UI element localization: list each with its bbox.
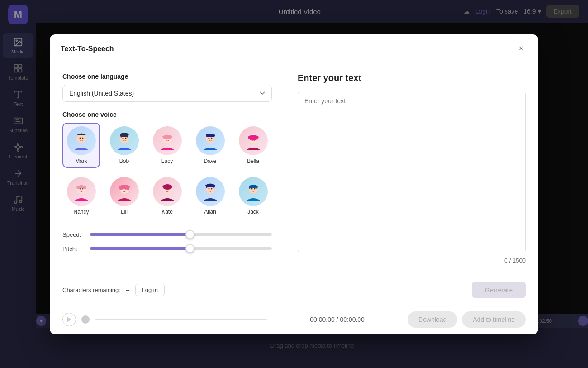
voice-bella[interactable]: Bella: [234, 123, 272, 168]
svg-point-28: [208, 137, 209, 139]
enter-text-title: Enter your text: [298, 73, 526, 83]
voice-lili-label: Lili: [121, 209, 128, 215]
voice-bob-label: Bob: [119, 158, 129, 164]
footer-login-button[interactable]: Log in: [135, 284, 165, 296]
svg-point-18: [77, 134, 86, 143]
time-current: 00:00.00: [310, 316, 335, 323]
voice-avatar-jack: [239, 177, 268, 206]
voice-avatar-bella: [239, 126, 268, 155]
voice-section: Choose one voice: [62, 111, 272, 219]
download-button[interactable]: Download: [408, 311, 457, 328]
svg-point-20: [82, 137, 83, 139]
svg-point-48: [254, 188, 255, 189]
svg-point-47: [251, 188, 252, 189]
voice-allan-label: Allan: [204, 209, 216, 215]
time-display: 00:00.00 / 00:00.00: [310, 316, 365, 323]
time-total: 00:00.00: [340, 316, 365, 323]
voice-dave-label: Dave: [204, 158, 216, 164]
generate-button[interactable]: Generate: [472, 282, 526, 298]
voice-bella-label: Bella: [247, 158, 259, 164]
voice-jack-label: Jack: [247, 209, 259, 215]
svg-point-22: [122, 137, 123, 139]
char-count: 0 / 1500: [298, 257, 526, 264]
play-icon: [67, 317, 71, 322]
modal-title: Text-To-Speech: [61, 45, 114, 53]
action-buttons: Download Add to timeline: [408, 311, 526, 328]
svg-rect-30: [206, 134, 215, 137]
pitch-row: Pitch:: [62, 245, 272, 252]
voice-avatar-nancy: [67, 177, 96, 206]
voice-avatar-bob: [110, 126, 139, 155]
characters-remaining-value: --: [126, 287, 130, 293]
right-panel: Enter your text 0 / 1500: [285, 62, 538, 275]
voice-avatar-kate: [153, 177, 182, 206]
voice-lucy[interactable]: Lucy: [148, 123, 186, 168]
voice-nancy-label: Nancy: [73, 209, 89, 215]
speed-row: Speed:: [62, 231, 272, 238]
voice-avatar-lili: [110, 177, 139, 206]
modal-header: Text-To-Speech ×: [50, 34, 538, 62]
svg-marker-49: [67, 317, 71, 322]
voice-bob[interactable]: Bob: [105, 123, 143, 168]
left-panel: Choose one language English (United Stat…: [50, 62, 285, 275]
voice-lucy-label: Lucy: [161, 158, 173, 164]
voice-section-label: Choose one voice: [62, 111, 272, 118]
modal-footer: Characters remaining: -- Log in Generate: [50, 275, 538, 305]
voice-kate-label: Kate: [161, 209, 173, 215]
speed-label: Speed:: [62, 231, 83, 238]
voice-lili[interactable]: Lili: [105, 173, 143, 219]
playback-progress[interactable]: [95, 319, 267, 320]
language-select[interactable]: English (United States): [62, 85, 272, 102]
voice-mark[interactable]: Mark: [62, 123, 100, 168]
add-to-timeline-button[interactable]: Add to timeline: [462, 311, 526, 328]
tts-modal: Text-To-Speech × Choose one language Eng…: [50, 34, 538, 334]
speed-slider-container: [90, 233, 272, 236]
play-button[interactable]: [62, 313, 76, 326]
footer-left: Characters remaining: -- Log in: [62, 284, 165, 296]
text-input[interactable]: [298, 91, 526, 253]
voice-dave[interactable]: Dave: [191, 123, 229, 168]
sliders-section: Speed: Pitch:: [62, 231, 272, 252]
voices-grid: Mark: [62, 123, 272, 219]
voice-jack[interactable]: Jack: [234, 173, 272, 219]
voice-allan[interactable]: Allan: [191, 173, 229, 219]
language-section: Choose one language English (United Stat…: [62, 73, 272, 102]
bottom-bar: 00:00.00 / 00:00.00 Download Add to time…: [50, 305, 538, 334]
svg-point-23: [125, 137, 126, 139]
playback-controls: [62, 313, 267, 326]
voice-nancy[interactable]: Nancy: [62, 173, 100, 219]
voice-avatar-dave: [196, 126, 225, 155]
characters-remaining-label: Characters remaining:: [62, 287, 120, 293]
modal-overlay: Text-To-Speech × Choose one language Eng…: [0, 0, 588, 368]
svg-point-44: [208, 188, 209, 189]
voice-avatar-allan: [196, 177, 225, 206]
svg-point-45: [211, 188, 212, 189]
svg-point-29: [211, 137, 212, 139]
svg-point-19: [79, 137, 81, 139]
modal-close-button[interactable]: ×: [515, 43, 527, 55]
voice-avatar-mark: [67, 126, 96, 155]
pitch-slider-container: [90, 247, 272, 250]
playback-dot: [81, 315, 90, 324]
modal-body: Choose one language English (United Stat…: [50, 62, 538, 275]
pitch-label: Pitch:: [62, 245, 83, 252]
voice-mark-label: Mark: [75, 158, 87, 164]
voice-avatar-lucy: [153, 126, 182, 155]
voice-kate[interactable]: Kate: [148, 173, 186, 219]
language-section-label: Choose one language: [62, 73, 272, 80]
